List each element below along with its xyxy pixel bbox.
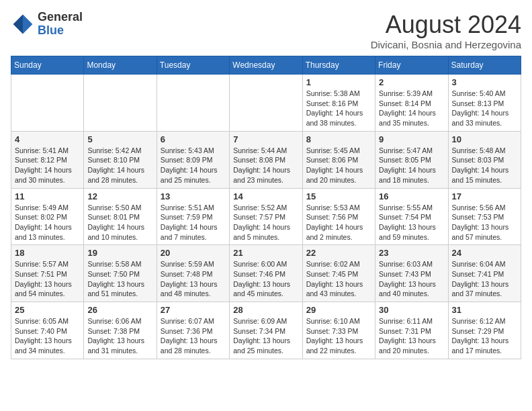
calendar-cell: 12Sunrise: 5:50 AM Sunset: 8:01 PM Dayli… bbox=[84, 188, 157, 245]
calendar-cell: 6Sunrise: 5:43 AM Sunset: 8:09 PM Daylig… bbox=[157, 131, 229, 188]
day-number: 4 bbox=[15, 134, 80, 144]
svg-marker-0 bbox=[23, 14, 32, 34]
week-row-1: 1Sunrise: 5:38 AM Sunset: 8:16 PM Daylig… bbox=[11, 75, 521, 132]
calendar-cell: 24Sunrise: 6:04 AM Sunset: 7:41 PM Dayli… bbox=[448, 245, 521, 302]
day-number: 8 bbox=[306, 134, 371, 144]
header-day-tuesday: Tuesday bbox=[157, 56, 229, 75]
day-info: Sunrise: 5:52 AM Sunset: 7:57 PM Dayligh… bbox=[233, 203, 298, 242]
calendar-cell: 28Sunrise: 6:09 AM Sunset: 7:34 PM Dayli… bbox=[230, 302, 302, 359]
day-number: 11 bbox=[15, 191, 80, 201]
day-info: Sunrise: 6:00 AM Sunset: 7:46 PM Dayligh… bbox=[233, 259, 298, 299]
day-info: Sunrise: 6:11 AM Sunset: 7:31 PM Dayligh… bbox=[379, 316, 444, 356]
day-number: 29 bbox=[306, 305, 371, 315]
day-info: Sunrise: 5:47 AM Sunset: 8:05 PM Dayligh… bbox=[379, 146, 444, 185]
week-row-4: 18Sunrise: 5:57 AM Sunset: 7:51 PM Dayli… bbox=[11, 245, 521, 302]
day-number: 23 bbox=[379, 248, 444, 258]
calendar-cell: 2Sunrise: 5:39 AM Sunset: 8:14 PM Daylig… bbox=[375, 75, 448, 132]
day-number: 12 bbox=[87, 191, 152, 201]
calendar-cell bbox=[84, 75, 157, 132]
day-info: Sunrise: 6:07 AM Sunset: 7:36 PM Dayligh… bbox=[161, 316, 226, 356]
day-number: 3 bbox=[452, 77, 517, 87]
day-info: Sunrise: 6:06 AM Sunset: 7:38 PM Dayligh… bbox=[87, 316, 152, 356]
day-number: 24 bbox=[452, 248, 517, 258]
calendar-cell: 30Sunrise: 6:11 AM Sunset: 7:31 PM Dayli… bbox=[375, 302, 448, 359]
day-info: Sunrise: 5:38 AM Sunset: 8:16 PM Dayligh… bbox=[306, 89, 371, 128]
day-info: Sunrise: 5:57 AM Sunset: 7:51 PM Dayligh… bbox=[15, 259, 80, 299]
calendar-cell: 5Sunrise: 5:42 AM Sunset: 8:10 PM Daylig… bbox=[84, 131, 157, 188]
day-number: 10 bbox=[452, 134, 517, 144]
calendar-cell: 25Sunrise: 6:05 AM Sunset: 7:40 PM Dayli… bbox=[11, 302, 84, 359]
day-number: 16 bbox=[379, 191, 444, 201]
day-info: Sunrise: 5:51 AM Sunset: 7:59 PM Dayligh… bbox=[161, 203, 226, 242]
day-number: 14 bbox=[233, 191, 298, 201]
calendar-cell: 10Sunrise: 5:48 AM Sunset: 8:03 PM Dayli… bbox=[448, 131, 521, 188]
day-info: Sunrise: 6:12 AM Sunset: 7:29 PM Dayligh… bbox=[452, 316, 517, 356]
svg-marker-1 bbox=[13, 14, 23, 34]
day-number: 5 bbox=[87, 134, 152, 144]
week-row-3: 11Sunrise: 5:49 AM Sunset: 8:02 PM Dayli… bbox=[11, 188, 521, 245]
calendar-cell: 29Sunrise: 6:10 AM Sunset: 7:33 PM Dayli… bbox=[302, 302, 375, 359]
day-info: Sunrise: 5:49 AM Sunset: 8:02 PM Dayligh… bbox=[15, 203, 80, 242]
day-info: Sunrise: 5:58 AM Sunset: 7:50 PM Dayligh… bbox=[87, 259, 152, 299]
logo: General Blue bbox=[11, 11, 83, 38]
day-info: Sunrise: 5:44 AM Sunset: 8:08 PM Dayligh… bbox=[233, 146, 298, 185]
calendar-cell: 7Sunrise: 5:44 AM Sunset: 8:08 PM Daylig… bbox=[230, 131, 302, 188]
header-day-monday: Monday bbox=[84, 56, 157, 75]
calendar-cell: 19Sunrise: 5:58 AM Sunset: 7:50 PM Dayli… bbox=[84, 245, 157, 302]
day-number: 25 bbox=[15, 305, 80, 315]
calendar-cell: 20Sunrise: 5:59 AM Sunset: 7:48 PM Dayli… bbox=[157, 245, 229, 302]
logo-icon bbox=[11, 12, 35, 36]
day-number: 27 bbox=[161, 305, 226, 315]
calendar-cell bbox=[230, 75, 302, 132]
day-info: Sunrise: 5:42 AM Sunset: 8:10 PM Dayligh… bbox=[87, 146, 152, 185]
calendar-cell: 22Sunrise: 6:02 AM Sunset: 7:45 PM Dayli… bbox=[302, 245, 375, 302]
day-number: 18 bbox=[15, 248, 80, 258]
day-info: Sunrise: 5:41 AM Sunset: 8:12 PM Dayligh… bbox=[15, 146, 80, 185]
day-number: 28 bbox=[233, 305, 298, 315]
day-number: 22 bbox=[306, 248, 371, 258]
day-info: Sunrise: 5:45 AM Sunset: 8:06 PM Dayligh… bbox=[306, 146, 371, 185]
calendar-cell bbox=[157, 75, 229, 132]
logo-text: General Blue bbox=[38, 11, 83, 38]
calendar-cell: 23Sunrise: 6:03 AM Sunset: 7:43 PM Dayli… bbox=[375, 245, 448, 302]
header-row: SundayMondayTuesdayWednesdayThursdayFrid… bbox=[11, 56, 521, 75]
calendar-cell: 1Sunrise: 5:38 AM Sunset: 8:16 PM Daylig… bbox=[302, 75, 375, 132]
title-block: August 2024 Divicani, Bosnia and Herzego… bbox=[371, 11, 521, 50]
day-number: 15 bbox=[306, 191, 371, 201]
day-number: 13 bbox=[161, 191, 226, 201]
day-info: Sunrise: 6:03 AM Sunset: 7:43 PM Dayligh… bbox=[379, 259, 444, 299]
calendar-cell: 18Sunrise: 5:57 AM Sunset: 7:51 PM Dayli… bbox=[11, 245, 84, 302]
day-info: Sunrise: 6:10 AM Sunset: 7:33 PM Dayligh… bbox=[306, 316, 371, 356]
day-number: 19 bbox=[87, 248, 152, 258]
calendar-cell: 4Sunrise: 5:41 AM Sunset: 8:12 PM Daylig… bbox=[11, 131, 84, 188]
calendar-cell: 17Sunrise: 5:56 AM Sunset: 7:53 PM Dayli… bbox=[448, 188, 521, 245]
day-info: Sunrise: 5:40 AM Sunset: 8:13 PM Dayligh… bbox=[452, 89, 517, 128]
day-info: Sunrise: 6:02 AM Sunset: 7:45 PM Dayligh… bbox=[306, 259, 371, 299]
calendar-cell: 14Sunrise: 5:52 AM Sunset: 7:57 PM Dayli… bbox=[230, 188, 302, 245]
logo-general: General bbox=[38, 11, 83, 24]
day-info: Sunrise: 5:48 AM Sunset: 8:03 PM Dayligh… bbox=[452, 146, 517, 185]
day-number: 30 bbox=[379, 305, 444, 315]
calendar-cell: 15Sunrise: 5:53 AM Sunset: 7:56 PM Dayli… bbox=[302, 188, 375, 245]
location-subtitle: Divicani, Bosnia and Herzegovina bbox=[371, 39, 521, 50]
day-info: Sunrise: 5:39 AM Sunset: 8:14 PM Dayligh… bbox=[379, 89, 444, 128]
calendar-body: 1Sunrise: 5:38 AM Sunset: 8:16 PM Daylig… bbox=[11, 75, 521, 359]
logo-blue: Blue bbox=[38, 24, 83, 38]
week-row-2: 4Sunrise: 5:41 AM Sunset: 8:12 PM Daylig… bbox=[11, 131, 521, 188]
day-number: 17 bbox=[452, 191, 517, 201]
header-day-wednesday: Wednesday bbox=[230, 56, 302, 75]
calendar-cell: 16Sunrise: 5:55 AM Sunset: 7:54 PM Dayli… bbox=[375, 188, 448, 245]
page-header: General Blue August 2024 Divicani, Bosni… bbox=[11, 11, 521, 50]
day-info: Sunrise: 5:55 AM Sunset: 7:54 PM Dayligh… bbox=[379, 203, 444, 242]
week-row-5: 25Sunrise: 6:05 AM Sunset: 7:40 PM Dayli… bbox=[11, 302, 521, 359]
calendar-header: SundayMondayTuesdayWednesdayThursdayFrid… bbox=[11, 56, 521, 75]
day-info: Sunrise: 5:50 AM Sunset: 8:01 PM Dayligh… bbox=[87, 203, 152, 242]
calendar-cell: 26Sunrise: 6:06 AM Sunset: 7:38 PM Dayli… bbox=[84, 302, 157, 359]
calendar-cell: 11Sunrise: 5:49 AM Sunset: 8:02 PM Dayli… bbox=[11, 188, 84, 245]
header-day-friday: Friday bbox=[375, 56, 448, 75]
calendar-cell: 31Sunrise: 6:12 AM Sunset: 7:29 PM Dayli… bbox=[448, 302, 521, 359]
day-info: Sunrise: 6:05 AM Sunset: 7:40 PM Dayligh… bbox=[15, 316, 80, 356]
calendar-cell: 9Sunrise: 5:47 AM Sunset: 8:05 PM Daylig… bbox=[375, 131, 448, 188]
calendar-cell: 27Sunrise: 6:07 AM Sunset: 7:36 PM Dayli… bbox=[157, 302, 229, 359]
day-number: 26 bbox=[87, 305, 152, 315]
